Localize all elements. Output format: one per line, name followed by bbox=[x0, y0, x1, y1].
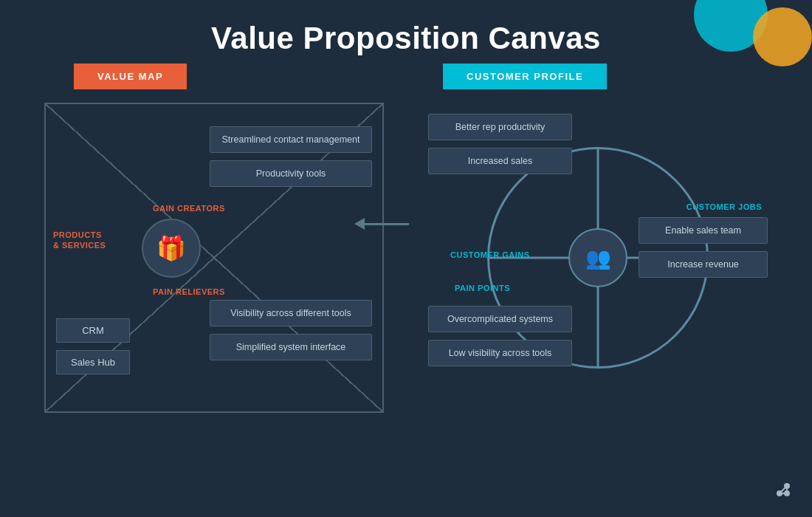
pain-1: Low visibility across tools bbox=[428, 340, 572, 366]
gain-creators-label: GAIN CREATORS bbox=[153, 204, 225, 213]
pains-boxes: Overcomplicated systems Low visibility a… bbox=[428, 306, 572, 366]
job-1: Increase revenue bbox=[639, 251, 768, 278]
pain-0: Overcomplicated systems bbox=[428, 306, 572, 332]
customer-jobs-label: CUSTOMER JOBS bbox=[687, 202, 762, 211]
hubspot-logo bbox=[772, 479, 794, 505]
job-0: Enable sales team bbox=[639, 217, 768, 244]
sales-hub-box: Sales Hub bbox=[56, 350, 130, 374]
people-icon-circle: 👥 bbox=[568, 228, 627, 287]
value-map-section: VALUE MAP PRODUCTS & SERVICES CRM Sales … bbox=[30, 64, 399, 413]
product-boxes: CRM Sales Hub bbox=[56, 318, 130, 374]
left-arrow-head bbox=[354, 218, 365, 230]
pain-relievers-label: PAIN RELIEVERS bbox=[153, 287, 225, 296]
pain-items: Visibility across different tools Simpli… bbox=[210, 300, 372, 360]
customer-profile-section: CUSTOMER PROFILE 👥 CUSTOMER GAINS PAIN P… bbox=[428, 64, 782, 413]
customer-circle-container: 👥 CUSTOMER GAINS PAIN POINTS CUSTOMER JO… bbox=[428, 103, 768, 413]
gift-icon: 🎁 bbox=[156, 234, 186, 262]
crm-box: CRM bbox=[56, 318, 130, 343]
customer-gains-label: CUSTOMER GAINS bbox=[450, 250, 530, 259]
arrow-connector bbox=[354, 218, 409, 230]
gain-0: Better rep productivity bbox=[428, 114, 572, 140]
value-map-badge: VALUE MAP bbox=[74, 64, 187, 89]
pain-points-label: PAIN POINTS bbox=[455, 284, 510, 292]
gift-icon-circle: 🎁 bbox=[142, 219, 201, 278]
hubspot-icon bbox=[772, 479, 794, 501]
jobs-boxes: Enable sales team Increase revenue bbox=[639, 217, 768, 278]
orange-decorative-circle bbox=[753, 7, 812, 66]
gains-boxes: Better rep productivity Increased sales bbox=[428, 114, 572, 174]
people-icon: 👥 bbox=[585, 246, 611, 270]
main-content: VALUE MAP PRODUCTS & SERVICES CRM Sales … bbox=[0, 64, 812, 413]
value-map-box: PRODUCTS & SERVICES CRM Sales Hub 🎁 GAIN… bbox=[44, 103, 384, 413]
arrow-line bbox=[365, 223, 409, 225]
products-services-label: PRODUCTS & SERVICES bbox=[53, 230, 109, 251]
page-title: Value Proposition Canvas bbox=[0, 0, 812, 56]
pain-item-1: Simplified system interface bbox=[210, 334, 372, 360]
gain-item-1: Productivity tools bbox=[210, 160, 372, 187]
gain-item-0: Streamlined contact management bbox=[210, 126, 372, 153]
pain-item-0: Visibility across different tools bbox=[210, 300, 372, 326]
gain-1: Increased sales bbox=[428, 148, 572, 174]
customer-profile-badge: CUSTOMER PROFILE bbox=[443, 64, 607, 89]
gain-items: Streamlined contact management Productiv… bbox=[210, 126, 372, 187]
